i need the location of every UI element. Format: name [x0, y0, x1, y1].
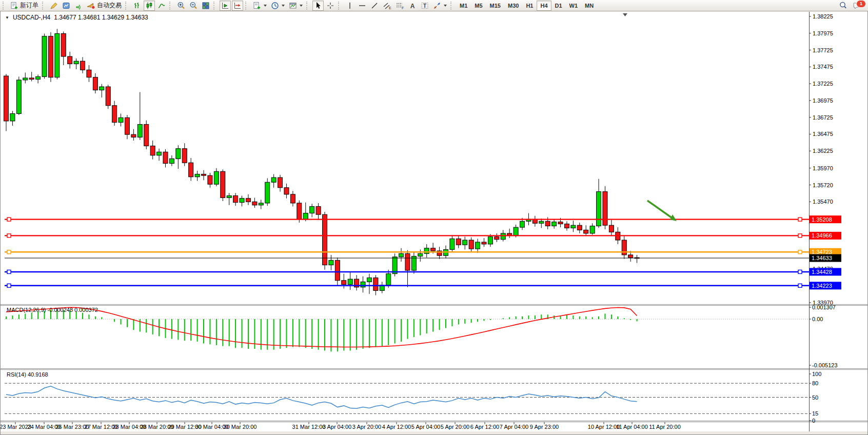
add-indicator-button[interactable] [251, 1, 268, 11]
line-handle[interactable] [7, 250, 11, 254]
chart-shift-button[interactable] [220, 1, 231, 11]
crosshair-button[interactable] [325, 1, 336, 11]
candle-up [450, 239, 455, 249]
timeframe-H4[interactable]: H4 [537, 1, 551, 11]
bar-chart-button[interactable] [131, 1, 143, 11]
timeframe-W1[interactable]: W1 [566, 1, 582, 11]
auto-scroll-button[interactable] [232, 1, 243, 11]
line-handle[interactable] [798, 270, 802, 273]
line-handle[interactable] [7, 234, 11, 238]
timeframe-M15[interactable]: M15 [486, 1, 504, 11]
metaeditor-button[interactable] [48, 1, 60, 11]
candle-down [469, 240, 474, 249]
candle-down [482, 242, 486, 244]
candle-up [552, 222, 557, 226]
candle-down [150, 146, 155, 155]
line-handle[interactable] [7, 218, 11, 221]
trendline-button[interactable] [369, 1, 380, 11]
candle-down [584, 230, 588, 233]
line-handle[interactable] [7, 284, 11, 287]
candle-up [259, 203, 263, 205]
signals-button[interactable] [73, 1, 84, 11]
candle-down [495, 236, 499, 239]
line-chart-button[interactable] [156, 1, 167, 11]
line-handle[interactable] [798, 234, 802, 238]
autotrading-label: 自动交易 [97, 1, 122, 10]
zoom-in-button[interactable] [175, 1, 187, 11]
candle-down [144, 124, 149, 146]
candlestick-chart-button[interactable] [144, 1, 155, 11]
candle-down [278, 177, 283, 188]
candle-down [208, 175, 212, 184]
zoom-out-button[interactable] [188, 1, 199, 11]
equidistant-channel-icon: E [383, 2, 391, 10]
candle-up [10, 113, 15, 121]
equidistant-channel-button[interactable]: E [381, 1, 393, 11]
candle-up [42, 36, 47, 77]
chart-canvas[interactable]: 1.382251.379751.377251.374751.372251.369… [0, 0, 868, 435]
candle-up [137, 124, 142, 137]
search-button[interactable] [837, 1, 849, 11]
candle-down [68, 56, 72, 64]
text-button[interactable]: A [407, 1, 418, 11]
chart-symbol-period: USDCAD-,H4 [13, 14, 50, 21]
candle-up [597, 192, 601, 226]
rsi-label: RSI(14) 40.9168 [7, 371, 48, 378]
autotrading-button[interactable]: 自动交易 [85, 1, 123, 11]
candle-down [316, 206, 321, 214]
notification-badge: 1 [856, 0, 866, 8]
candle-up [169, 159, 174, 163]
timeframe-MN[interactable]: MN [581, 1, 597, 11]
candle-down [246, 199, 250, 202]
candle-down [87, 70, 91, 77]
timeframe-H1[interactable]: H1 [522, 1, 537, 11]
candle-down [609, 225, 614, 232]
line-handle[interactable] [798, 284, 802, 287]
chart-menu-icon[interactable]: ▼ [5, 15, 9, 20]
candle-down [622, 240, 626, 255]
toolbar: 新订单 自动交易 [0, 0, 868, 11]
candle-down [456, 239, 461, 245]
candle-up [16, 80, 21, 114]
candle-down [61, 33, 66, 56]
text-label-button[interactable]: T [419, 1, 430, 11]
macd-label: MACD(12,26,9) -0.000248 0.000372 [7, 307, 98, 313]
notifications-button[interactable]: 1 [853, 1, 864, 11]
cursor-button[interactable] [312, 1, 324, 11]
candle-down [233, 195, 238, 202]
candle-up [195, 174, 200, 177]
app-window-button[interactable] [61, 1, 72, 11]
candle-up [176, 149, 181, 159]
templates-button[interactable] [287, 1, 304, 11]
vertical-line-button[interactable] [344, 1, 356, 11]
candle-down [290, 194, 295, 203]
horizontal-line-button[interactable] [357, 1, 368, 11]
timeframe-M1[interactable]: M1 [456, 1, 471, 11]
candle-down [252, 202, 257, 205]
arrows-button[interactable] [431, 1, 448, 11]
fibonacci-button[interactable]: F [394, 1, 406, 11]
arrows-icon [433, 2, 441, 10]
search-icon [839, 1, 847, 10]
line-handle[interactable] [798, 218, 802, 221]
price-tick-label: 1.35470 [813, 199, 833, 205]
candle-down [221, 171, 225, 197]
svg-text:A: A [410, 2, 415, 9]
timeframe-M30[interactable]: M30 [504, 1, 522, 11]
template-icon [289, 2, 297, 10]
line-handle[interactable] [7, 270, 11, 273]
toolbar-gripper [169, 2, 173, 10]
periods-button[interactable] [269, 1, 286, 11]
chevron-down-icon [282, 5, 285, 7]
candle-down [106, 87, 110, 106]
time-axis-label: 9 Apr 23:00 [530, 424, 559, 430]
chevron-down-icon [444, 5, 447, 7]
tile-windows-button[interactable] [200, 1, 211, 11]
timeframe-M5[interactable]: M5 [471, 1, 486, 11]
rsi-axis-label: 100 [812, 371, 821, 377]
timeframe-D1[interactable]: D1 [551, 1, 566, 11]
candle-up [411, 256, 416, 271]
new-order-button[interactable]: 新订单 [9, 1, 40, 11]
line-handle[interactable] [798, 250, 802, 254]
zoom-in-icon [177, 2, 185, 10]
